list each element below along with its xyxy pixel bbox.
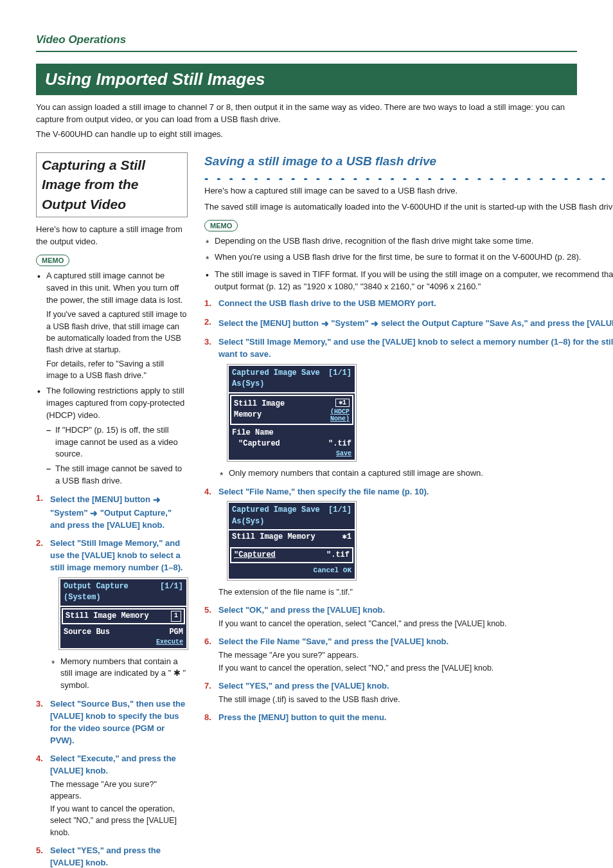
right-lead2: The saved still image is automatically l… [204,201,613,213]
ui-save-as-2: Captured Image Save As(Sys)[1/1] Still I… [227,502,356,580]
r-b3: The still image is saved in TIFF format.… [204,269,613,293]
r-step1: Connect the USB flash drive to the USB M… [218,298,436,308]
ui-row2-r1: ".tif [326,550,350,561]
ui-row1-l: Still Image Memory [234,399,310,421]
intro-text-2: The V-600UHD can handle up to eight stil… [36,129,577,141]
l-step1b: "System" [50,508,90,518]
r-step5a: If you want to cancel the operation, sel… [218,618,613,629]
left-lead: Here's how to capture a still image from… [36,224,188,248]
ui-row2-l: Source Bus [64,627,110,645]
section-header: Video Operations [36,32,577,52]
arrow-icon: ➜ [321,317,329,330]
r-step5: Select "OK," and press the [VALUE] knob. [218,605,385,615]
ui-page: [1/1] [328,368,351,390]
left-steps: 1.Select the [MENU] button ➜ "System" ➜ … [36,493,188,868]
ui-row2-r2: Execute [156,638,183,646]
ui-row2-v: "Captured [234,550,276,561]
right-lead1: Here's how a captured still image can be… [204,185,613,197]
ui2-note: The extension of the file name is ".tif.… [218,586,613,598]
l-step1a: Select the [MENU] button [50,494,153,504]
arrow-icon: ➜ [90,507,98,520]
r-step8: Press the [MENU] button to quit the menu… [218,712,386,722]
ui-row1-l: Still Image Memory [232,532,315,543]
ui-page: [1/1] [160,581,183,604]
intro-block: You can assign loaded a still image to c… [36,102,577,141]
l-step4b: If you want to cancel the operation, sel… [50,803,188,838]
left-column: Capturing a Still Image from the Output … [36,152,188,868]
right-notes: Depending on the USB flash drive, recogn… [204,235,613,264]
ui-row1-l: Still Image Memory [66,611,149,622]
r-step2c: select the Output Capture "Save As," and… [378,318,613,328]
intro-text-1: You can assign loaded a still image to c… [36,102,577,126]
ui-row2-l: File Name [232,428,351,439]
dot-rule: • • • • • • • • • • • • • • • • • • • • … [204,171,613,180]
ui-row1-r: 1 [171,611,181,622]
memo-b1: A captured still image cannot be saved i… [46,271,182,305]
right-column: Saving a still image to a USB flash driv… [204,152,613,868]
right-bullets: The still image is saved in TIFF format.… [204,269,613,293]
r-step6a: The message "Are you sure?" appears. [218,649,613,661]
ui-output-capture: Output Capture (System)[1/1] Still Image… [59,578,188,649]
ui-title: Captured Image Save As(Sys) [232,368,328,390]
ui-row2-r2: Save [328,450,351,457]
memo-b2a: If "HDCP" (p. 15) is off, the still imag… [46,424,188,461]
memo-b2b: The still image cannot be saved to a USB… [46,463,188,487]
l-note1: Memory numbers that contain a still imag… [50,656,188,692]
left-heading: Capturing a Still Image from the Output … [36,152,188,217]
l-step3: Select "Source Bus," then use the [VALUE… [50,699,185,745]
ui-page: [1/1] [328,505,351,527]
ui-title: Captured Image Save As(Sys) [232,505,328,527]
r-step7a: The still image (.tif) is saved to the U… [218,694,613,705]
memo-badge: MEMO [36,255,69,266]
memo-badge: MEMO [204,220,238,231]
ui-row1-r: ✱1 [335,399,350,407]
l-step5: Select "YES," and press the [VALUE] knob… [50,845,161,867]
r-step6b: If you want to cancel the operation, sel… [218,662,613,674]
memo-b1b: For details, refer to "Saving a still im… [46,358,188,381]
l-step4a: The message "Are you sure?" appears. [50,779,188,802]
ui-row1-sub: (HDCP None) [310,408,350,422]
r-n2: When you're using a USB flash drive for … [204,251,613,264]
ui-row1-r: ✱1 [342,532,351,543]
r-step7: Select "YES," and press the [VALUE] knob… [218,681,389,691]
ui-save-as-1: Captured Image Save As(Sys)[1/1] Still I… [227,365,356,461]
ui-title: Output Capture (System) [64,581,160,604]
r-step6: Select the File Name "Save," and press t… [218,637,449,646]
memo-b2: The following restrictions apply to stil… [46,386,184,420]
arrow-icon: ➜ [371,317,378,330]
l-step2: Select "Still Image Memory," and use the… [50,538,183,572]
r-step4: Select "File Name," then specify the fil… [218,487,429,496]
memo-bullets: A captured still image cannot be saved i… [36,270,188,487]
right-heading: Saving a still image to a USB flash driv… [204,152,613,170]
r-n1: Depending on the USB flash drive, recogn… [204,235,613,248]
l-step4: Select "Execute," and press the [VALUE] … [50,754,176,775]
r-step3: Select "Still Image Memory," and use the… [218,337,613,359]
r-note1: Only memory numbers that contain a captu… [218,467,613,480]
page-title: Using Imported Still Images [36,64,577,96]
ui-row3: Cancel OK [314,566,351,576]
right-steps: 1.Connect the USB flash drive to the USB… [204,298,613,724]
r-step2a: Select the [MENU] button [218,318,321,328]
ui-row2-v: "Captured [238,439,280,457]
arrow-icon: ➜ [153,493,161,506]
r-step2b: "System" [329,318,371,328]
memo-b1a: If you've saved a captured still image t… [46,309,188,356]
ui-row2-r1: ".tif [328,439,351,448]
ui-row2-r1: PGM [169,628,183,637]
